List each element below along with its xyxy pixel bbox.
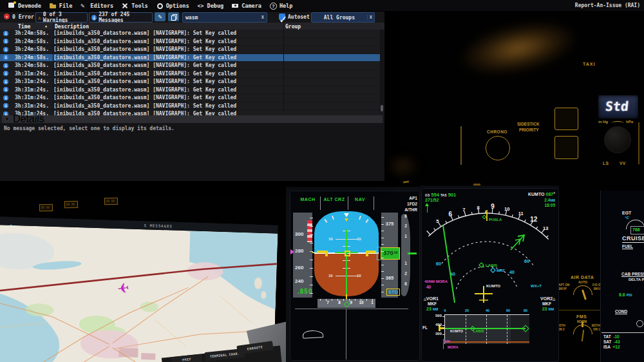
search-clear-button[interactable]: X xyxy=(261,15,264,20)
debug-icon xyxy=(198,3,205,9)
log-time: 3h:31m:24s. xyxy=(15,79,52,84)
log-row[interactable]: i3h:31m:24s.[inibuilds_a350_datastore.wa… xyxy=(0,102,380,111)
alt-tick xyxy=(381,265,384,265)
vs-label: 6 xyxy=(402,214,409,218)
log-row[interactable]: i3h:24m:58s.[inibuilds_a350_datastore.wa… xyxy=(0,62,380,70)
log-description: [inibuilds_a350_datastore.wasm] [NAVIGRA… xyxy=(53,62,236,68)
group-filter-dropdown[interactable]: All Groups X xyxy=(311,12,375,23)
wing-center-box xyxy=(345,251,350,256)
pedestal-button-2[interactable] xyxy=(554,136,578,159)
vd-mora-value: 035 xyxy=(444,339,450,343)
svg-text:8: 8 xyxy=(477,205,479,211)
col-time[interactable]: Time xyxy=(18,24,30,30)
sidestick-label-1: SIDESTICK xyxy=(517,122,540,126)
fma-ap-status: AP1 xyxy=(401,196,417,200)
inhg-label: in Hg xyxy=(598,120,608,124)
menu-file[interactable]: File xyxy=(50,3,72,9)
camera-icon xyxy=(232,3,239,9)
vv-button-label[interactable]: VV xyxy=(620,161,626,166)
log-description: [inibuilds_a350_datastore.wasm] [NAVIGRA… xyxy=(53,87,236,93)
log-row[interactable]: i3h:24m:58s.[inibuilds_a350_datastore.wa… xyxy=(0,38,380,46)
fma-vertical-mode: ALT CRZ xyxy=(321,197,347,202)
edit-log-button[interactable]: ✎ xyxy=(155,12,166,21)
wind-arrow-stem xyxy=(427,205,428,213)
group-clear-button[interactable]: X xyxy=(367,15,374,20)
aircraft-silhouette xyxy=(303,330,324,339)
alt-tick xyxy=(381,271,384,272)
efb-messages-label[interactable]: 5 MESSAGES xyxy=(144,223,173,228)
menu-debug[interactable]: Debug xyxy=(198,3,224,9)
cab-press-label: CAB PRESS xyxy=(621,272,644,277)
alt-tick xyxy=(381,278,384,279)
fma-sep-2 xyxy=(348,196,348,210)
vd-axis-top xyxy=(445,314,529,315)
chrono-label: CHRONO xyxy=(487,129,507,134)
copy-log-button[interactable] xyxy=(168,12,179,21)
group-filter-value: All Groups xyxy=(312,15,367,21)
col-description[interactable]: Description xyxy=(55,24,89,30)
menu-camera[interactable]: Camera xyxy=(232,3,261,9)
menu-devmode[interactable]: Devmode xyxy=(8,3,41,9)
vd-gridline xyxy=(486,315,487,344)
gs-tas-readout: GS 554 TAS 501 xyxy=(425,192,456,198)
log-row[interactable]: i3h:24m:58s.[inibuilds_a350_datastore.wa… xyxy=(0,30,380,38)
gs-label: GS xyxy=(425,193,430,197)
info-icon: i xyxy=(3,39,8,44)
log-scroll-thumb[interactable] xyxy=(381,105,383,111)
menu-tools[interactable]: Tools xyxy=(122,3,148,9)
wing-right-leg xyxy=(366,251,368,256)
baro-lcd-value: Std xyxy=(605,99,630,114)
alt-tick xyxy=(381,244,384,245)
vd-ownship-marker-h xyxy=(440,327,444,329)
heading-tick-label: 10 xyxy=(357,300,365,305)
log-row[interactable]: i3h:31m:24s.[inibuilds_a350_datastore.wa… xyxy=(0,78,380,86)
heading-tick xyxy=(366,299,367,301)
messages-filter[interactable]: i237 of 245 Messages xyxy=(89,12,153,23)
vd-x-label: 60 xyxy=(504,309,512,312)
details-header[interactable]: ▼ Details xyxy=(2,115,383,123)
svg-text:7: 7 xyxy=(462,207,465,213)
mora-value: 40 xyxy=(426,285,431,289)
fuel-section-label: FUEL xyxy=(622,244,633,249)
roll-pointer-yellow xyxy=(345,218,348,222)
log-row[interactable]: i3h:24m:58s.[inibuilds_a350_datastore.wa… xyxy=(0,54,380,62)
chrono-button[interactable] xyxy=(486,136,510,160)
vd-gridline xyxy=(466,315,466,344)
devmode-console: ✕ 0 Error ⚠0 of 3 Warnings i237 of 245 M… xyxy=(0,11,385,181)
tat-row: TAT -10 xyxy=(603,334,620,339)
warnings-filter[interactable]: ⚠0 of 3 Warnings xyxy=(35,12,88,23)
vd-y-label: 400 xyxy=(429,323,442,327)
speed-tick xyxy=(310,226,313,227)
log-row[interactable]: i3h:31m:24s.[inibuilds_a350_datastore.wa… xyxy=(0,94,380,102)
vd-y-label: 500 xyxy=(429,314,442,318)
menu-editors[interactable]: Editors xyxy=(80,3,113,9)
baro-knob[interactable] xyxy=(604,126,631,153)
search-input[interactable]: wasm X xyxy=(182,12,267,23)
efb-map[interactable]: 5 MESSAGES ROUTE xyxy=(0,216,278,362)
next-wpt-dist: 2.4 xyxy=(544,198,550,202)
autoset-checkbox[interactable]: ✓ xyxy=(279,14,285,20)
tools-icon xyxy=(122,3,129,9)
pedestal-button-1[interactable] xyxy=(554,108,578,130)
heading-tick xyxy=(326,299,327,301)
warning-icon: ⚠ xyxy=(38,15,41,21)
ls-button-label[interactable]: LS xyxy=(603,161,609,166)
log-row[interactable]: i3h:31m:24s.[inibuilds_a350_datastore.wa… xyxy=(0,70,380,79)
log-scrollbar[interactable] xyxy=(380,30,384,111)
delta-p-label: DELTA P xyxy=(629,278,644,281)
heading-tick-label: 7 xyxy=(324,300,332,305)
pitch-10-up-right: 10 xyxy=(357,237,361,241)
col-group[interactable]: Group xyxy=(285,24,301,30)
gs-value: 554 xyxy=(431,192,439,198)
folder-icon xyxy=(50,3,57,9)
fma-speed-mode: MACH xyxy=(298,197,318,202)
collapse-icon[interactable]: ▼ xyxy=(5,117,9,121)
log-row[interactable]: i3h:24m:58s.[inibuilds_a350_datastore.wa… xyxy=(0,46,380,54)
menu-options[interactable]: Options xyxy=(156,3,189,9)
report-an-issue[interactable]: Report-An-Issue (RAI) xyxy=(575,3,640,8)
log-table-header[interactable]: Time ▲ Description Group xyxy=(0,23,384,30)
vd-mora-label: MORA xyxy=(448,345,459,349)
log-row[interactable]: i3h:31m:24s.[inibuilds_a350_datastore.wa… xyxy=(0,86,380,95)
menu-help[interactable]: Help xyxy=(270,3,292,9)
svg-text:40: 40 xyxy=(509,270,515,274)
